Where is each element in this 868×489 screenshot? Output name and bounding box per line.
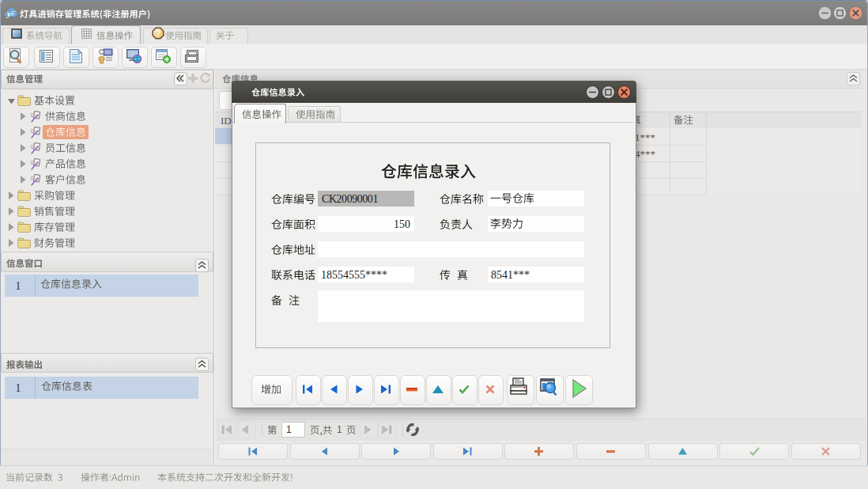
svg-text:y: y	[6, 9, 11, 18]
svg-text:?: ?	[156, 28, 160, 38]
svg-text:F: F	[10, 9, 16, 17]
